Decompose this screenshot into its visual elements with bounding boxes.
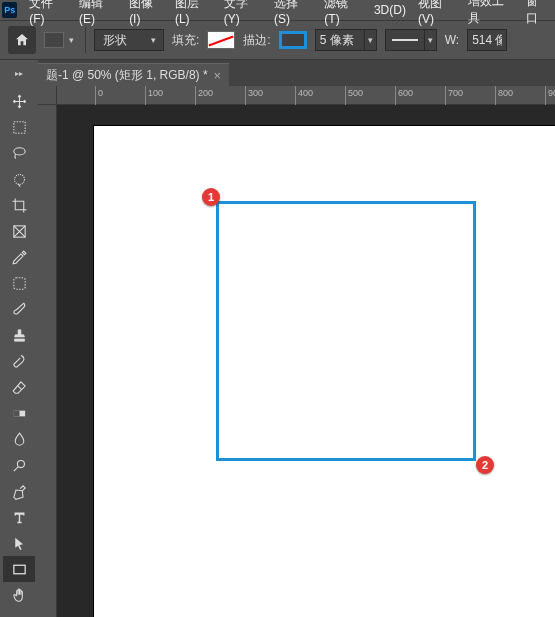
fill-label: 填充: <box>172 32 199 49</box>
svg-point-1 <box>13 147 24 154</box>
arrow-right-icon: ▸▸ <box>15 69 23 78</box>
chevron-down-icon[interactable]: ▾ <box>425 29 437 51</box>
document-tab-bar: ▸▸ 题-1 @ 50% (矩形 1, RGB/8) * × <box>0 60 555 86</box>
menu-filter[interactable]: 滤镜(T) <box>318 0 368 28</box>
menu-window[interactable]: 窗口 <box>520 0 555 29</box>
stamp-tool[interactable] <box>3 322 35 348</box>
stroke-width-input[interactable] <box>315 29 365 51</box>
ruler-tick: 800 <box>495 86 513 105</box>
stroke-style-select[interactable] <box>385 29 425 51</box>
ruler-tick: 200 <box>195 86 213 105</box>
marquee-tool[interactable] <box>3 114 35 140</box>
svg-rect-0 <box>13 121 24 132</box>
chevron-down-icon: ▾ <box>148 35 159 45</box>
pen-tool[interactable] <box>3 478 35 504</box>
document-canvas[interactable]: 1 2 <box>94 126 555 617</box>
eyedropper-tool[interactable] <box>3 244 35 270</box>
panel-toggle[interactable]: ▸▸ <box>0 60 38 86</box>
path-select-tool[interactable] <box>3 530 35 556</box>
workspace: 0 100 200 300 400 500 600 700 800 900 1 … <box>0 86 555 617</box>
ruler-tick: 700 <box>445 86 463 105</box>
preset-swatch <box>44 32 64 48</box>
document-tab[interactable]: 题-1 @ 50% (矩形 1, RGB/8) * × <box>38 63 229 86</box>
document-title: 题-1 @ 50% (矩形 1, RGB/8) * <box>46 67 208 84</box>
ruler-tick: 900 <box>545 86 555 105</box>
ruler-tick: 400 <box>295 86 313 105</box>
move-tool[interactable] <box>3 88 35 114</box>
tool-mode-select[interactable]: 形状 ▾ <box>94 29 164 51</box>
annotation-marker-1: 1 <box>202 188 220 206</box>
svg-point-7 <box>17 460 24 467</box>
menu-plugins[interactable]: 增效工具 <box>462 0 520 29</box>
divider <box>85 27 86 53</box>
tool-mode-value: 形状 <box>103 32 127 49</box>
brush-tool[interactable] <box>3 296 35 322</box>
menu-file[interactable]: 文件(F) <box>23 0 73 28</box>
menu-view[interactable]: 视图(V) <box>412 0 462 28</box>
menu-select[interactable]: 选择(S) <box>268 0 318 28</box>
type-tool[interactable] <box>3 504 35 530</box>
menu-3d[interactable]: 3D(D) <box>368 1 412 19</box>
lasso-tool[interactable] <box>3 140 35 166</box>
hand-tool[interactable] <box>3 582 35 608</box>
svg-point-2 <box>14 174 24 184</box>
tool-preset[interactable]: ▾ <box>44 32 77 48</box>
svg-rect-6 <box>13 410 19 416</box>
quick-select-tool[interactable] <box>3 166 35 192</box>
menu-edit[interactable]: 编辑(E) <box>73 0 123 28</box>
ruler-tick: 600 <box>395 86 413 105</box>
frame-tool[interactable] <box>3 218 35 244</box>
app-logo: Ps <box>2 2 17 18</box>
menu-image[interactable]: 图像(I) <box>123 0 169 28</box>
chevron-down-icon: ▾ <box>66 35 77 45</box>
blur-tool[interactable] <box>3 426 35 452</box>
eraser-tool[interactable] <box>3 374 35 400</box>
ruler-tick: 100 <box>145 86 163 105</box>
stroke-label: 描边: <box>243 32 270 49</box>
line-preview-icon <box>392 39 418 41</box>
ruler-tick: 500 <box>345 86 363 105</box>
home-button[interactable] <box>8 26 36 54</box>
crop-tool[interactable] <box>3 192 35 218</box>
chevron-down-icon[interactable]: ▾ <box>365 29 377 51</box>
menu-type[interactable]: 文字(Y) <box>218 0 268 28</box>
width-label: W: <box>445 33 459 47</box>
ruler-horizontal[interactable]: 0 100 200 300 400 500 600 700 800 900 <box>57 86 555 105</box>
ruler-tick: 300 <box>245 86 263 105</box>
heal-tool[interactable] <box>3 270 35 296</box>
width-input[interactable] <box>467 29 507 51</box>
close-icon[interactable]: × <box>214 68 222 83</box>
gradient-tool[interactable] <box>3 400 35 426</box>
rectangle-tool[interactable] <box>3 556 35 582</box>
menu-layer[interactable]: 图层(L) <box>169 0 218 28</box>
svg-rect-8 <box>13 565 24 574</box>
svg-rect-4 <box>13 277 24 288</box>
ruler-tick: 0 <box>95 86 103 105</box>
fill-swatch[interactable] <box>207 31 235 49</box>
menu-bar: Ps 文件(F) 编辑(E) 图像(I) 图层(L) 文字(Y) 选择(S) 滤… <box>0 0 555 20</box>
ruler-origin[interactable] <box>38 86 57 105</box>
annotation-marker-2: 2 <box>476 456 494 474</box>
canvas-area[interactable]: 0 100 200 300 400 500 600 700 800 900 1 … <box>38 86 555 617</box>
stroke-swatch[interactable] <box>279 31 307 49</box>
history-brush-tool[interactable] <box>3 348 35 374</box>
rectangle-shape[interactable] <box>216 201 476 461</box>
tools-panel <box>0 86 38 617</box>
ruler-vertical[interactable] <box>38 105 57 617</box>
dodge-tool[interactable] <box>3 452 35 478</box>
